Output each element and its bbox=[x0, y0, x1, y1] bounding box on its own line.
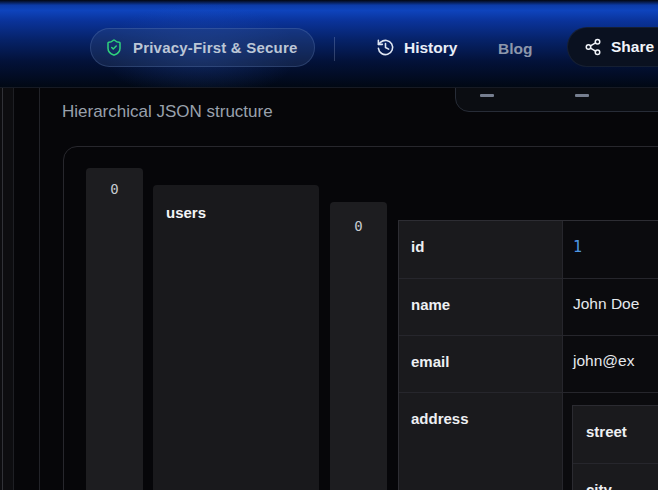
left-border-line-1 bbox=[2, 88, 3, 490]
key-cell: street bbox=[573, 406, 658, 440]
left-border-line-2 bbox=[13, 88, 14, 490]
app-header: Privacy-First & Secure History Blog Shar… bbox=[0, 0, 658, 88]
table-row-name: name John Doe bbox=[399, 279, 658, 336]
key-cell: name bbox=[399, 279, 563, 335]
table-row-id: id 1 bbox=[399, 221, 658, 279]
value-cell: John Doe bbox=[563, 279, 658, 335]
section-title: Hierarchical JSON structure bbox=[62, 102, 273, 122]
history-button[interactable]: History bbox=[376, 38, 457, 57]
array-index-cell-item: 0 bbox=[330, 202, 387, 490]
table-row-email: email john@ex bbox=[399, 336, 658, 393]
kv-table: id 1 name John Doe email john@ex address… bbox=[398, 220, 658, 490]
shield-check-icon bbox=[105, 38, 123, 57]
table-row-address: address street city bbox=[399, 393, 658, 490]
privacy-badge-label: Privacy-First & Secure bbox=[133, 39, 297, 56]
nested-kv-table: street city bbox=[572, 405, 658, 490]
nested-row-city: city bbox=[573, 464, 658, 490]
toolbar-button-partial-icon-2[interactable] bbox=[575, 94, 589, 97]
key-cell: id bbox=[399, 221, 563, 278]
key-cell: address bbox=[399, 393, 563, 490]
object-key-cell-users: users bbox=[153, 185, 319, 490]
share-label: Share bbox=[611, 38, 654, 56]
nested-row-street: street bbox=[573, 406, 658, 464]
history-icon bbox=[376, 38, 395, 57]
value-cell: 1 bbox=[563, 221, 658, 278]
privacy-badge: Privacy-First & Secure bbox=[90, 28, 315, 67]
header-divider bbox=[334, 37, 335, 61]
key-cell: email bbox=[399, 336, 563, 392]
key-cell: city bbox=[573, 464, 658, 490]
value-cell: john@ex bbox=[563, 336, 658, 392]
blog-link[interactable]: Blog bbox=[498, 40, 532, 58]
toolbar-button-partial-icon-1[interactable] bbox=[480, 94, 494, 97]
json-structure-card: 0 users 0 id 1 name John Doe email john@… bbox=[63, 146, 658, 490]
left-border-line-3 bbox=[39, 88, 40, 490]
value-cell: street city bbox=[563, 393, 658, 490]
array-index-cell-root: 0 bbox=[86, 168, 143, 490]
share-button[interactable]: Share bbox=[567, 27, 658, 67]
share-nodes-icon bbox=[584, 38, 602, 56]
history-label: History bbox=[404, 39, 457, 57]
